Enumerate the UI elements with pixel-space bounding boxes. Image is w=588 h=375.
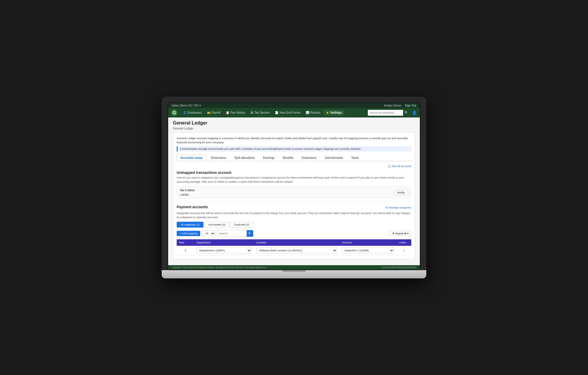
tab-dimensions[interactable]: Dimensions [207, 154, 230, 161]
search-input-payment[interactable] [217, 231, 247, 236]
nav-bar: G 👤 Employees 💳 Payroll 📋 Pay History 🏛 … [168, 108, 420, 117]
col-header-department: Department [194, 239, 254, 246]
table-row: 1 Department A (DEPA) Alabama Work Locat… [177, 246, 411, 255]
toolbar-row: + Add mapping All 🔍 ⬇ Export all ▾ [177, 230, 411, 237]
export-button[interactable]: ⬇ Export all ▾ [390, 231, 411, 236]
filter-tabs: All mappings (1) Incomplete (0) Duplicat… [177, 222, 411, 228]
unmapped-title: Unmapped transactions account [177, 171, 411, 175]
account-type: Liability [180, 193, 195, 197]
modify-button[interactable]: Modify [394, 190, 408, 195]
page-content: General Ledger General Ledger General Le… [168, 117, 420, 265]
tab-earnings[interactable]: Earnings [259, 154, 278, 161]
gear-icon: ⚙ [385, 206, 388, 209]
page-footer: Copyright © 2003-2025 Greenshades Softwa… [168, 265, 420, 270]
filter-select[interactable]: All [202, 231, 215, 236]
footer-version: D2C1946290CW0B0EGO100084425 [382, 266, 416, 268]
nav-user-icon[interactable]: 👤 [412, 110, 417, 115]
nav-item-yearend[interactable]: 📄 Year-End Forms [273, 110, 303, 115]
cell-row-number: 1 [177, 246, 194, 255]
payment-desc: Designate accounts that will be used to … [177, 211, 411, 219]
export-icon: ⬇ [392, 232, 395, 235]
info-box: ℹ Greenshades strongly recommends you wo… [177, 146, 411, 152]
tab-split-allocations[interactable]: Split allocations [230, 154, 258, 161]
company-name[interactable]: Sales Demo NJ / NY ▾ [172, 104, 201, 107]
search-input[interactable] [368, 111, 403, 114]
nav-search-button[interactable]: 🔍 [403, 110, 410, 116]
see-all-icon: 📋 [388, 165, 391, 168]
payment-table: Row Department Location Account Action 1 [177, 239, 411, 255]
filter-tab-incomplete[interactable]: Incomplete (0) [205, 222, 229, 228]
payment-header: Payment accounts ⚙ Manage categories [177, 205, 411, 210]
nav-search: 🔍 [368, 110, 410, 116]
account-name: Tax 5 10014 [180, 188, 195, 192]
main-card: General Ledger account mapping is a proc… [173, 132, 415, 259]
cell-action: ⋮ [397, 246, 411, 255]
account-info: Tax 5 10014 Liability [180, 188, 195, 197]
footer-copyright: Copyright © 2003-2025 Greenshades Softwa… [172, 266, 266, 268]
logo: G [171, 110, 178, 116]
top-bar: Sales Demo NJ / NY ▾ Amber Demo Sign Out [168, 103, 420, 108]
nav-item-taxservice[interactable]: 🏛 Tax Service [248, 110, 272, 115]
user-name: Amber Demo [384, 104, 401, 107]
manage-categories-link[interactable]: ⚙ Manage categories [385, 206, 411, 209]
sign-out-link[interactable]: Sign Out [405, 104, 416, 107]
tabs-container: Accounts setup Dimensions Split allocati… [177, 154, 411, 161]
filter-tab-all-mappings[interactable]: All mappings (1) [177, 222, 203, 228]
nav-item-employees[interactable]: 👤 Employees [181, 110, 204, 115]
department-select[interactable]: Department A (DEPA) [197, 248, 252, 253]
breadcrumb: General Ledger [173, 127, 415, 130]
tab-benefits[interactable]: Benefits [279, 154, 297, 161]
search-box: 🔍 [217, 230, 253, 237]
laptop-base [162, 270, 426, 278]
unmapped-desc: How do you want to categorize your unmap… [177, 176, 411, 184]
account-select[interactable]: Deduction 1 (10000) [342, 248, 394, 253]
add-mapping-button[interactable]: + Add mapping [177, 231, 200, 236]
tab-taxes[interactable]: Taxes [348, 154, 363, 161]
unmapped-account-box: Tax 5 10014 Liability Modify [177, 186, 411, 199]
tab-accounts-setup[interactable]: Accounts setup [177, 154, 206, 161]
col-header-account: Account [340, 239, 397, 246]
cell-account[interactable]: Deduction 1 (10000) [340, 246, 397, 255]
col-header-action: Action [397, 239, 411, 246]
tab-deductions[interactable]: Deductions [298, 154, 320, 161]
nav-item-payhistory[interactable]: 📋 Pay History [223, 110, 248, 115]
row-action-button[interactable]: ⋮ [401, 248, 407, 253]
search-box-button[interactable]: 🔍 [247, 230, 253, 237]
nav-item-reports[interactable]: 📊 Reports [303, 110, 323, 115]
nav-item-payroll[interactable]: 💳 Payroll [205, 110, 223, 115]
payment-title: Payment accounts [177, 205, 208, 209]
tab-garnishments[interactable]: Garnishments [321, 154, 347, 161]
cell-department[interactable]: Department A (DEPA) [194, 246, 254, 255]
col-header-location: Location [254, 239, 340, 246]
see-all-accounts[interactable]: 📋 See all accounts [388, 165, 411, 168]
nav-item-settings[interactable]: ⚡ Settings [323, 110, 344, 115]
info-text: General Ledger account mapping is a proc… [177, 136, 411, 145]
page-title: General Ledger [173, 120, 415, 126]
location-select[interactable]: Alabama Work Location (ALABAMA) [256, 248, 338, 253]
filter-tab-duplicate[interactable]: Duplicate (0) [230, 222, 253, 228]
cell-location[interactable]: Alabama Work Location (ALABAMA) [254, 246, 340, 255]
col-header-row: Row [177, 239, 194, 246]
